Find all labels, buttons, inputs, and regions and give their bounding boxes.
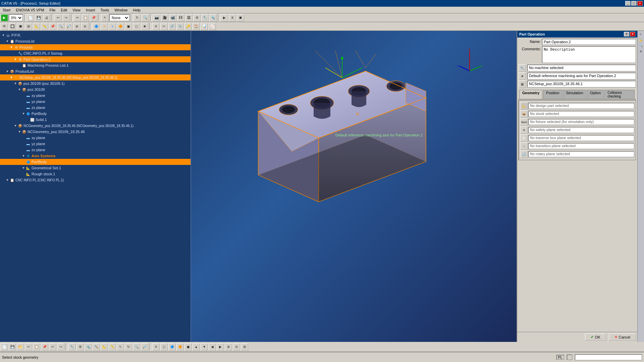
tb-select-percent[interactable]: 0% — [9, 14, 23, 21]
expand-yzplane2[interactable] — [21, 142, 25, 146]
tb-icon-misc6[interactable]: 🏠 — [193, 23, 200, 30]
geo-rotary-icon[interactable]: 🔄 — [520, 150, 528, 158]
bt-icon-12[interactable]: 🔨 — [93, 343, 100, 351]
expand-cncinfopl[interactable]: ▼ — [5, 178, 9, 182]
expand-zxplane1[interactable] — [21, 106, 25, 110]
bt-icon-15[interactable]: ↖ — [117, 343, 124, 351]
tree-item-machining[interactable]: 📋 Machining Process List.1 — [0, 62, 191, 68]
tree-item-cncinfo[interactable]: 🔧 CNC.INFO.PL // Ssmog — [0, 50, 191, 56]
minimize-button[interactable]: _ — [625, 1, 631, 6]
tb-icon-cam2[interactable]: 🎥 — [161, 14, 168, 21]
tb-icon-cut[interactable]: ✂ — [74, 14, 81, 21]
menu-file[interactable]: File — [47, 7, 58, 13]
expand-solid1[interactable] — [25, 118, 30, 122]
tb-icon-render6[interactable]: ◻ — [133, 23, 140, 30]
tree-item-partbody1[interactable]: ▼ 🔷 PartBody — [0, 111, 191, 117]
tb-icon-misc3[interactable]: 🔗 — [168, 23, 176, 30]
tb-icon-cam4[interactable]: 🎞 — [177, 14, 184, 21]
bt-icon-9[interactable]: 🔧 — [68, 343, 76, 351]
geo-design-icon[interactable]: 📐 — [520, 102, 528, 110]
menu-enovia[interactable]: ENOVIA V5 VPM — [13, 7, 47, 13]
tree-item-ncsetup[interactable]: ▼ 🔶 NCSetup_poz.30109_18.35.46 (NCSetup_… — [0, 74, 191, 80]
geo-transition-icon[interactable]: ↕ — [520, 142, 528, 150]
expand-zxplane2[interactable] — [21, 148, 25, 152]
tree-item-poz30109g[interactable]: ▼ 📦 poz.30109 (poz.30109.1) — [0, 80, 191, 86]
maximize-button[interactable]: □ — [631, 1, 637, 6]
tb-icon-select[interactable]: ↖ — [101, 14, 109, 21]
bt-icon-25[interactable]: ▼ — [201, 343, 208, 351]
tb-icon-sim2[interactable]: ⏸ — [229, 14, 236, 21]
viewport[interactable]: Default reference machining axis for Par… — [191, 31, 517, 342]
bt-icon-5[interactable]: 📋 — [33, 343, 40, 351]
tb-icon-view6[interactable]: 📏 — [41, 23, 48, 30]
tb-icon-view7[interactable]: 📌 — [49, 23, 56, 30]
bt-icon-1[interactable]: 📄 — [1, 343, 8, 351]
tb-icon-view11[interactable]: ⊖ — [81, 23, 89, 30]
tab-collisions[interactable]: Collisions checking — [604, 90, 635, 99]
expand-partop2[interactable]: ▼ — [13, 57, 17, 61]
bt-icon-28[interactable]: ⊕ — [225, 343, 232, 351]
tb-icon-1[interactable]: 📄 — [27, 14, 34, 21]
tb-icon-zoom[interactable]: 🔍 — [142, 14, 149, 21]
bt-icon-20[interactable]: ◻ — [160, 343, 168, 351]
menu-edit[interactable]: Edit — [58, 7, 70, 13]
tb-icon-cam1[interactable]: 📷 — [153, 14, 160, 21]
menu-window[interactable]: Window — [112, 7, 130, 13]
expand-ppr[interactable]: ▼ — [1, 33, 5, 37]
bt-icon-17[interactable]: 🔍 — [133, 343, 140, 351]
ok-button[interactable]: ✔ OK — [585, 334, 606, 341]
tb-icon-sim1[interactable]: ▶ — [221, 14, 228, 21]
tab-option[interactable]: Option — [587, 90, 604, 99]
tb-icon-view8[interactable]: 🔍 — [57, 23, 64, 30]
tb-icon-sim3[interactable]: ⏹ — [237, 14, 244, 21]
close-button[interactable]: ✕ — [637, 1, 643, 6]
tb-icon-view4[interactable]: ⊞ — [25, 23, 32, 30]
tb-icon-render1[interactable]: 🔷 — [93, 23, 100, 30]
tb-icon-redo[interactable]: ↪ — [62, 14, 70, 21]
menu-help[interactable]: Help — [130, 7, 143, 13]
tb-icon-view1[interactable]: 👁 — [1, 23, 8, 30]
machining-axis-icon[interactable]: ✕ — [519, 72, 526, 80]
tree-item-processlist[interactable]: ▼ 📋 ProcessList — [0, 38, 191, 44]
bt-icon-18[interactable]: 🔎 — [141, 343, 148, 351]
tree-item-poz30109[interactable]: ▼ 📦 poz.30109 — [0, 86, 191, 93]
expand-ncgeometry[interactable]: ▼ — [17, 130, 21, 134]
tree-item-ncgeometry[interactable]: ▼ 📦 NCGeometry_poz.30109_18.35.46 — [0, 129, 191, 135]
tb-icon-misc2[interactable]: ✂ — [160, 23, 168, 30]
menu-view[interactable]: View — [70, 7, 83, 13]
part-op-help[interactable]: ? — [624, 32, 629, 37]
tree-item-yzplane1[interactable]: ▬ yz plane — [0, 99, 191, 105]
tree-item-ppr[interactable]: ▼ 🗂 P.P.R. — [0, 32, 191, 38]
tree-item-cncinfopl[interactable]: ▼ 📋 CNC INFO PL (CNC INFO PL.1) — [0, 177, 191, 183]
tb-icon-paste[interactable]: 📌 — [90, 14, 97, 21]
rs-icon-2[interactable]: 📐 — [638, 37, 644, 43]
tb-icon-cam5[interactable]: 🖼 — [185, 14, 193, 21]
tb-icon-render2[interactable]: 🔸 — [101, 23, 108, 30]
bt-icon-30[interactable]: ⊞ — [241, 343, 248, 351]
expand-geoset[interactable]: ▼ — [21, 166, 25, 170]
tree-item-ncgeometry-full[interactable]: ▼ 📦 NCGeometry_poz.30109_18.35.46 (NCGeo… — [0, 123, 191, 129]
rs-icon-4[interactable]: ⚙ — [638, 49, 644, 54]
bt-icon-7[interactable]: ↩ — [49, 343, 56, 351]
tab-geometry[interactable]: Geometry — [519, 90, 542, 99]
geo-safety-icon[interactable]: ✈ — [520, 126, 528, 134]
tb-icon-render3[interactable]: 🔹 — [109, 23, 116, 30]
bt-icon-21[interactable]: 🔷 — [168, 343, 176, 351]
tree-item-axissystems[interactable]: ▼ ✛ Axis Systems — [0, 153, 191, 159]
expand-ncgeometry-full[interactable]: ▼ — [13, 124, 17, 128]
expand-processlist[interactable]: ▼ — [5, 39, 9, 43]
bt-icon-2[interactable]: 💾 — [9, 343, 16, 351]
tb-icon-render7[interactable]: ◾ — [141, 23, 148, 30]
tree-item-zxplane2[interactable]: ▬ zx plane — [0, 147, 191, 153]
tb-icon-cam3[interactable]: 📹 — [169, 14, 176, 21]
tb-icon-misc8[interactable]: 📈 — [209, 23, 216, 30]
tb-icon-rotate[interactable]: ↻ — [133, 14, 141, 21]
expand-poz30109[interactable]: ▼ — [17, 87, 21, 92]
tree-item-geoset[interactable]: ▼ 📐 Geometrical Set.1 — [0, 165, 191, 171]
geo-fixture-icon[interactable]: Stock — [520, 118, 528, 126]
bt-icon-13[interactable]: 📐 — [101, 343, 108, 351]
tb-select-none[interactable]: None — [109, 14, 129, 21]
tree-item-partop2[interactable]: ▼ ⚙ Part Operation.2 — [0, 56, 191, 62]
tree-item-xyplane1[interactable]: ▬ xy plane — [0, 93, 191, 99]
tree-item-yzplane2[interactable]: ▬ yz plane — [0, 141, 191, 147]
